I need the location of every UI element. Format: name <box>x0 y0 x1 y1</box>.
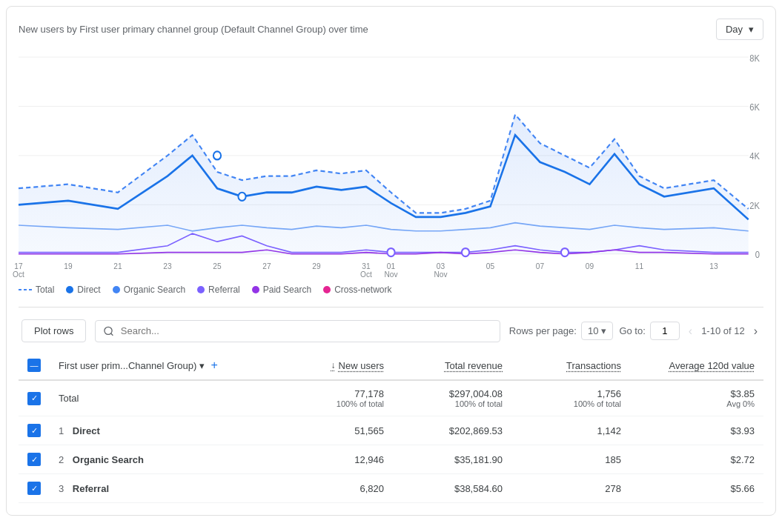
svg-point-15 <box>561 248 569 256</box>
channel-column-header: First user prim...Channel Group) <box>59 360 196 371</box>
total-revenue: $297,004.08 <box>402 388 503 399</box>
svg-text:23: 23 <box>163 261 171 270</box>
svg-text:Nov: Nov <box>434 269 448 279</box>
svg-point-12 <box>238 193 245 201</box>
total-avg-120d-sub: Avg 0% <box>639 399 755 408</box>
go-to: Go to: <box>619 322 679 340</box>
day-dropdown-label: Day <box>726 24 743 35</box>
svg-text:25: 25 <box>213 261 221 270</box>
svg-text:0: 0 <box>755 250 761 260</box>
row-3-revenue: $38,584.60 <box>393 474 511 503</box>
svg-text:Oct: Oct <box>360 269 372 279</box>
row-1-transactions: 1,142 <box>511 416 630 445</box>
chart-legend: Total Direct Organic Search Referral Pai… <box>19 285 763 295</box>
total-row: ✓ Total 77,178 100% of total $297,004.08… <box>19 380 763 416</box>
go-to-label: Go to: <box>619 325 645 336</box>
svg-text:27: 27 <box>262 261 271 270</box>
next-page-button[interactable]: › <box>751 322 761 341</box>
row-2-avg-120d: $2.72 <box>630 445 763 474</box>
total-transactions: 1,756 <box>520 388 621 399</box>
row-1-avg-120d: $3.93 <box>630 416 763 445</box>
row-2-transactions: 185 <box>511 445 630 474</box>
svg-text:11: 11 <box>635 261 643 270</box>
row-1-channel: Direct <box>73 425 100 436</box>
search-input[interactable] <box>121 325 492 336</box>
chart-area: 8K 6K 4K 2K 0 <box>19 49 763 279</box>
row-1-num: 1 <box>59 425 64 436</box>
row-3-channel: Referral <box>73 483 109 494</box>
svg-text:Oct: Oct <box>13 269 24 279</box>
row-3-new-users: 6,820 <box>274 474 393 503</box>
legend-paid-search[interactable]: Paid Search <box>252 285 311 295</box>
pagination: Rows per page: 10 ▾ Go to: ‹ 1-10 of 12 … <box>509 322 761 341</box>
total-new-users: 77,178 <box>283 388 384 399</box>
chart-title: New users by First user primary channel … <box>19 24 368 35</box>
dropdown-arrow-icon: ▾ <box>749 24 754 35</box>
legend-direct[interactable]: Direct <box>66 285 100 295</box>
row-2-channel: Organic Search <box>73 454 144 465</box>
rows-select-arrow-icon: ▾ <box>601 325 606 336</box>
select-all-checkbox[interactable]: — <box>27 359 41 372</box>
svg-text:2K: 2K <box>749 200 760 210</box>
total-revenue-sub: 100% of total <box>402 399 503 408</box>
day-dropdown[interactable]: Day ▾ <box>716 19 763 40</box>
new-users-sort-icon: ↓ <box>331 360 336 370</box>
row-1-checkbox[interactable]: ✓ <box>27 424 41 437</box>
svg-text:05: 05 <box>486 261 494 270</box>
table-row: ✓ 1 Direct 51,565 $202,869.53 1,142 $3.9… <box>19 416 763 445</box>
search-box[interactable] <box>95 320 500 342</box>
rows-per-page: Rows per page: 10 ▾ <box>509 322 614 340</box>
row-1-new-users: 51,565 <box>274 416 393 445</box>
svg-text:29: 29 <box>312 261 320 270</box>
row-2-new-users: 12,946 <box>274 445 393 474</box>
row-2-num: 2 <box>59 454 64 465</box>
svg-text:6K: 6K <box>749 102 760 113</box>
legend-total[interactable]: Total <box>19 285 54 295</box>
row-2-checkbox[interactable]: ✓ <box>27 453 41 466</box>
total-new-users-sub: 100% of total <box>283 399 384 408</box>
row-3-checkbox[interactable]: ✓ <box>27 482 41 495</box>
new-users-column-header[interactable]: New users <box>339 360 384 371</box>
legend-cross-network[interactable]: Cross-network <box>323 285 391 295</box>
legend-referral[interactable]: Referral <box>197 285 240 295</box>
channel-dropdown-icon[interactable]: ▾ <box>199 360 205 371</box>
transactions-column-header[interactable]: Transactions <box>566 360 621 371</box>
svg-text:8K: 8K <box>749 53 760 63</box>
total-transactions-sub: 100% of total <box>520 399 621 408</box>
row-1-revenue: $202,869.53 <box>393 416 511 445</box>
plot-rows-button[interactable]: Plot rows <box>21 319 86 342</box>
table-row: ✓ 2 Organic Search 12,946 $35,181.90 185… <box>19 445 763 474</box>
svg-text:19: 19 <box>64 261 72 270</box>
page-range: 1-10 of 12 <box>701 325 745 336</box>
total-avg-120d: $3.85 <box>639 388 755 399</box>
rows-per-page-value: 10 <box>588 325 598 336</box>
add-column-button[interactable]: + <box>211 359 217 372</box>
total-revenue-column-header[interactable]: Total revenue <box>445 360 503 371</box>
row-2-revenue: $35,181.90 <box>393 445 511 474</box>
total-row-checkbox[interactable]: ✓ <box>27 392 41 405</box>
svg-text:4K: 4K <box>749 151 760 162</box>
svg-text:Nov: Nov <box>384 269 398 279</box>
table-toolbar: Plot rows Rows per page: 10 ▾ Go to: ‹ 1… <box>19 319 763 342</box>
row-3-num: 3 <box>59 483 64 494</box>
prev-page-button[interactable]: ‹ <box>686 322 695 341</box>
table-row: ✓ 3 Referral 6,820 $38,584.60 278 $5.66 <box>19 474 763 503</box>
svg-line-37 <box>111 333 113 335</box>
data-table: — First user prim...Channel Group) ▾ + ↓… <box>19 351 763 503</box>
svg-text:21: 21 <box>113 261 122 270</box>
total-row-label: Total <box>59 393 79 404</box>
row-3-transactions: 278 <box>511 474 630 503</box>
svg-point-13 <box>387 248 394 256</box>
rows-per-page-label: Rows per page: <box>509 325 577 336</box>
svg-text:09: 09 <box>586 261 594 270</box>
svg-text:07: 07 <box>536 261 544 270</box>
svg-text:13: 13 <box>709 261 718 270</box>
svg-point-14 <box>462 248 469 256</box>
rows-per-page-select[interactable]: 10 ▾ <box>581 322 613 340</box>
search-icon <box>103 325 114 337</box>
row-3-avg-120d: $5.66 <box>630 474 763 503</box>
legend-organic-search[interactable]: Organic Search <box>113 285 185 295</box>
svg-point-11 <box>213 151 221 159</box>
go-to-input[interactable] <box>650 322 680 340</box>
avg-120d-column-header[interactable]: Average 120d value <box>669 360 755 371</box>
